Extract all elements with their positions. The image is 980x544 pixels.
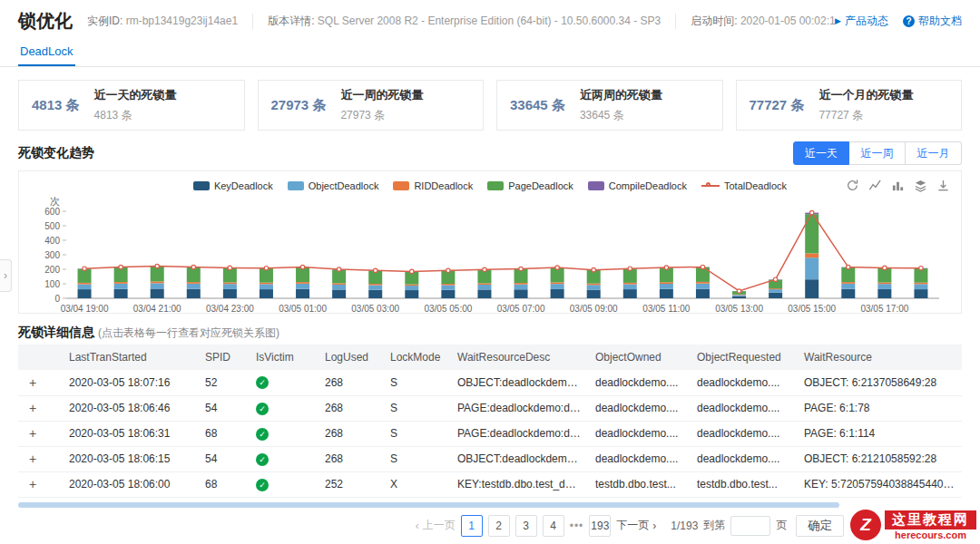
table-row[interactable]: +2020-03-05 18:07:1652✓268SOBJECT:deadlo… [18,370,962,395]
stat-cards: 4813 条 近一天的死锁量 4813 条 27973 条 近一周的死锁量 27… [18,80,962,131]
range-button-day[interactable]: 近一天 [793,141,849,165]
page-ellipsis[interactable]: ••• [570,520,584,532]
svg-text:100: 100 [44,279,60,289]
page-header: 锁优化 实例ID: rm-bp13419g23ij14ae1 版本详情: SQL… [0,0,980,34]
legend-item-ObjectDeadlock[interactable]: ObjectDeadlock [288,180,379,191]
cell-ObjectRequested: deadlockdemo.... [690,370,797,395]
expand-row-icon[interactable]: + [25,426,40,441]
download-icon[interactable] [936,179,950,192]
range-button-week[interactable]: 近一周 [849,141,906,165]
cell-IsVictim: ✓ [249,471,318,497]
trend-chart: KeyDeadlockObjectDeadlockRIDDeadlockPage… [18,170,962,314]
page-list: 1234•••193 [461,515,612,537]
expand-row-icon[interactable]: + [25,452,40,466]
cell-IsVictim: ✓ [249,395,318,421]
horizontal-scrollbar-thumb[interactable] [18,502,839,508]
legend-item-CompileDeadlock[interactable]: CompileDeadlock [588,180,687,191]
cell-ObjectRequested: deadlockdemo.... [690,421,797,446]
victim-check-icon: ✓ [256,376,269,389]
stat-value: 33645 条 [510,97,565,114]
table-row[interactable]: +2020-03-05 18:06:0068✓252XKEY:testdb.db… [18,471,962,497]
table-row[interactable]: +2020-03-05 18:06:3168✓268SPAGE:deadlock… [18,421,962,446]
panel-expand-handle[interactable]: › [0,259,12,292]
svg-text:次: 次 [50,197,60,207]
prev-page-button[interactable]: ‹ 上一页 [416,518,456,533]
page-title: 锁优化 [18,9,73,34]
legend-label: KeyDeadlock [214,180,273,191]
cell-IsVictim: ✓ [249,446,318,471]
cell-LockMode: S [383,446,450,471]
trend-chart-canvas[interactable]: 0100200300400500600次03/04 19:0003/04 21:… [28,197,946,316]
refresh-icon[interactable] [846,179,859,192]
legend-item-PageDeadlock[interactable]: PageDeadlock [487,180,573,191]
next-page-button[interactable]: 下一页 › [616,518,656,533]
stat-title: 近一天的死锁量 [94,87,177,103]
watermark-en-text: herecours.com [885,529,976,540]
table-row[interactable]: +2020-03-05 18:06:4654✓268SPAGE:deadlock… [18,395,962,421]
expand-row-icon[interactable]: + [25,375,40,390]
cell-ObjectOwned: testdb.dbo.test... [588,471,690,497]
victim-check-icon: ✓ [256,428,269,441]
table-row[interactable]: +2020-03-05 18:06:1554✓268SOBJECT:deadlo… [18,446,962,471]
goto-page-input[interactable] [730,516,770,536]
cell-WaitResourceDesc: OBJECT:deadlockdemo.... [450,446,588,471]
page-button-1[interactable]: 1 [461,515,483,537]
cell-LockMode: S [383,395,450,421]
svg-text:03/04 19:00: 03/04 19:00 [61,304,109,314]
stat-sub: 4813 条 [94,108,177,123]
lock-optimization-page: 锁优化 实例ID: rm-bp13419g23ij14ae1 版本详情: SQL… [0,0,980,544]
cell-ObjectRequested: testdb.dbo.test... [690,471,797,497]
chevron-right-icon: › [652,520,656,532]
legend-swatch [193,181,210,190]
table-section-header: 死锁详细信息(点击表格每一行查看对应死锁关系图) [18,325,962,341]
page-button-193[interactable]: 193 [589,515,611,537]
expand-row-icon[interactable]: + [25,477,40,491]
column-header-LastTranStarted: LastTranStarted [62,345,198,370]
confirm-button[interactable]: 确定 [796,515,844,537]
svg-text:500: 500 [44,221,60,231]
svg-text:03/05 15:00: 03/05 15:00 [788,304,836,314]
legend-item-KeyDeadlock[interactable]: KeyDeadlock [193,180,273,191]
tab-deadlock[interactable]: DeadLock [18,39,75,66]
victim-check-icon: ✓ [256,453,269,466]
cell-SPID: 54 [198,395,249,421]
watermark-cn-text: 这里教程网 [885,510,976,529]
svg-text:03/04 21:00: 03/04 21:00 [133,304,181,314]
legend-line-marker [701,185,720,187]
cell-ObjectOwned: deadlockdemo.... [588,370,690,395]
watermark-logo: Z 这里教程网 herecours.com [850,510,976,540]
header-links: ▶ 产品动态 ? 帮助文档 [835,14,962,29]
range-button-month[interactable]: 近一月 [906,141,962,165]
cell-LastTranStarted: 2020-03-05 18:06:00 [62,471,198,497]
page-button-3[interactable]: 3 [515,515,537,537]
cell-WaitResource: OBJECT: 6:2137058649:28 [797,370,962,395]
legend-swatch [288,181,304,190]
cell-LogUsed: 268 [318,395,383,421]
legend-item-RIDDeadlock[interactable]: RIDDeadlock [393,180,473,191]
column-header-ObjectRequested: ObjectRequested [690,345,797,370]
line-chart-icon[interactable] [868,179,882,192]
column-header-expand [18,345,62,370]
column-header-WaitResourceDesc: WaitResourceDesc [450,345,588,370]
page-button-4[interactable]: 4 [543,515,564,537]
victim-check-icon: ✓ [256,479,269,491]
stack-icon[interactable] [914,179,927,192]
help-doc-link[interactable]: ? 帮助文档 [903,14,962,29]
legend-item-TotalDeadlock[interactable]: TotalDeadlock [701,180,787,191]
bar-chart-icon[interactable] [891,179,905,192]
cell-LastTranStarted: 2020-03-05 18:06:46 [62,395,198,421]
cell-IsVictim: ✓ [249,421,318,446]
legend-label: PageDeadlock [508,180,573,191]
svg-text:03/05 03:00: 03/05 03:00 [351,304,399,314]
cell-LastTranStarted: 2020-03-05 18:06:31 [62,421,198,446]
page-button-2[interactable]: 2 [488,515,510,537]
stat-title: 近两周的死锁量 [580,87,662,103]
cell-WaitResource: PAGE: 6:1:78 [797,395,962,421]
legend-label: ObjectDeadlock [309,180,379,191]
horizontal-scrollbar [18,502,962,508]
stat-sub: 77727 条 [818,108,913,123]
expand-row-icon[interactable]: + [25,401,40,415]
product-news-link[interactable]: ▶ 产品动态 [835,14,888,29]
cell-WaitResourceDesc: KEY:testdb.dbo.test_dea... [450,471,588,497]
svg-text:03/05 09:00: 03/05 09:00 [570,304,618,314]
